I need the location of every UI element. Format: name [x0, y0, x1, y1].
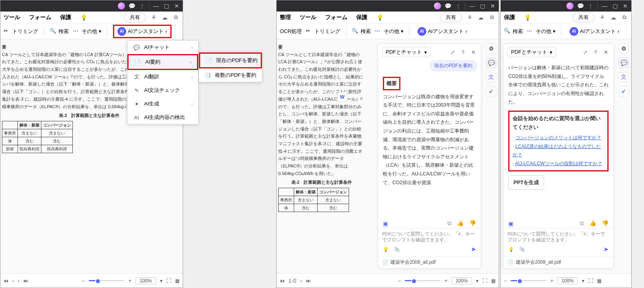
ocr-tool[interactable]: OCR処理 [280, 28, 302, 35]
cloud-icon[interactable]: ☁ [610, 14, 617, 21]
close-icon[interactable]: ✕ [173, 2, 180, 10]
idea-icon[interactable]: 💡 [383, 247, 388, 252]
close-icon[interactable]: ✕ [489, 2, 496, 10]
menu-form[interactable]: フォーム [29, 14, 51, 21]
comment-icon[interactable]: 💬 [444, 2, 451, 10]
kebab-icon[interactable]: ⋮ [455, 2, 462, 10]
bulb-icon[interactable]: 💡 [80, 14, 87, 21]
zoom-chevron-icon[interactable]: ▾ [582, 278, 584, 284]
first-page-icon[interactable]: ⏮ [4, 278, 8, 284]
ai-menu-chat[interactable]: 💬AIチャット› [127, 41, 198, 54]
minimize-icon[interactable]: — [601, 2, 608, 10]
attach-icon[interactable]: 📎 [394, 247, 400, 252]
close-panel-icon[interactable]: ✕ [602, 49, 609, 56]
prompt-area[interactable]: PDFについて質問してください。「#」キーでプロンプトを確認できます。 💡 📎 … [503, 228, 613, 256]
submenu-current-pdf[interactable]: 📄現在のPDFを要約 [199, 53, 262, 68]
prompt-area[interactable]: PDFについて質問してください。「#」キーでプロンプトを確認できます。 💡 📎 … [378, 228, 481, 256]
search-tool[interactable]: 🔍検索 [50, 28, 69, 35]
share-button[interactable]: 共有 [572, 13, 595, 22]
suggested-q3[interactable]: AIJ-LCA/LCWツールの役割は何ですか？ [515, 161, 602, 166]
ai-menu-detect[interactable]: AIAI生成内容の検出 [127, 111, 198, 124]
other-tool[interactable]: ⋯その他▾ [73, 28, 101, 35]
search-tool[interactable]: 🔍検索 [504, 28, 523, 35]
bulb-icon[interactable]: 💡 [376, 14, 383, 21]
avatar[interactable] [566, 2, 574, 10]
check-rail-icon[interactable]: ✔ [486, 86, 496, 97]
next-page-icon[interactable]: › [301, 278, 302, 284]
fit-icon[interactable]: ⛶ [482, 278, 487, 284]
menu-protect[interactable]: 保護 [60, 14, 71, 21]
translate-rail-icon[interactable]: 文 [619, 72, 629, 82]
menu-tool[interactable]: ツール [4, 14, 20, 21]
last-page-icon[interactable]: ⏭ [306, 278, 311, 284]
ai-menu-grammar[interactable]: ✎AI文法チェック [127, 84, 198, 97]
zoom-out-icon[interactable]: − [398, 278, 401, 284]
zoom-value[interactable]: 100% [451, 277, 472, 284]
window-icon[interactable]: ⧉ [172, 14, 180, 21]
kebab-icon[interactable]: ⋮ [587, 2, 594, 10]
zoom-value[interactable]: 100% [557, 277, 578, 284]
minimize-icon[interactable]: — [152, 2, 160, 10]
other-tool[interactable]: ⋯その他▾ [375, 28, 404, 35]
layout-icon[interactable]: ▦ [597, 278, 601, 284]
close-panel-icon[interactable]: ✕ [470, 49, 477, 56]
comment-icon[interactable]: 💬 [577, 2, 584, 10]
help-icon[interactable]: ? [592, 49, 599, 56]
settings-rail-icon[interactable]: ⚙ [486, 43, 496, 54]
share-button[interactable]: 共有 [124, 13, 146, 22]
trim-tool[interactable]: ✂トリミング [306, 28, 340, 35]
bookmark-icon[interactable]: ▣ [508, 220, 513, 227]
attach-icon[interactable]: 📎 [519, 247, 525, 252]
copy-icon[interactable]: ⧉ [580, 220, 584, 227]
generate-ppt-button[interactable]: PPTを生成 [508, 175, 544, 189]
share-icon[interactable]: ⚘ [150, 14, 157, 21]
share-button[interactable]: 共有 [440, 13, 462, 22]
suggested-q1[interactable]: コンバージョンのメリットは何ですか？ [515, 135, 601, 140]
layout-icon[interactable]: ▦ [491, 278, 496, 284]
send-icon[interactable]: ➤ [471, 245, 476, 253]
ai-assistant-button[interactable]: AI AIアシスタント › [415, 26, 470, 37]
window-icon[interactable]: ⧉ [621, 14, 628, 21]
menu-form[interactable]: フォーム [325, 14, 347, 21]
other-tool[interactable]: ⋯その他▾ [527, 28, 556, 35]
zoom-chevron-icon[interactable]: ▾ [476, 278, 478, 284]
comment-icon[interactable]: 💬 [128, 2, 135, 10]
suggested-q2[interactable]: LCA試算の結果はどのようなものでしたか？ [513, 144, 601, 158]
menu-organize[interactable]: 整理 [280, 14, 291, 21]
zoom-slider[interactable] [405, 280, 441, 281]
maximize-icon[interactable]: ▢ [611, 2, 619, 10]
thumbs-down-icon[interactable]: 👎 [469, 220, 476, 227]
chat-mode-selector[interactable]: PDFとチャット ▾ [382, 47, 431, 57]
kebab-icon[interactable]: ⋮ [139, 2, 146, 10]
zoom-chevron-icon[interactable]: ▾ [160, 278, 162, 284]
minimize-icon[interactable]: — [468, 2, 476, 10]
prev-page-icon[interactable]: ‹ [12, 278, 14, 284]
ai-menu-translate[interactable]: 文AI翻訳› [127, 70, 198, 84]
maximize-icon[interactable]: ▢ [163, 2, 170, 10]
zoom-out-icon[interactable]: − [504, 278, 507, 284]
help-icon[interactable]: ? [459, 49, 466, 56]
zoom-in-icon[interactable]: + [129, 278, 131, 284]
avatar[interactable] [434, 2, 441, 10]
menu-protect[interactable]: 保護 [356, 14, 367, 21]
bulb-icon[interactable]: 💡 [524, 14, 531, 21]
fit-icon[interactable]: ⛶ [588, 278, 593, 284]
copy-icon[interactable]: ⧉ [447, 220, 451, 227]
trim-tool[interactable]: ✂トリミング [4, 28, 38, 35]
thumbs-up-icon[interactable]: 👍 [589, 220, 596, 227]
cloud-icon[interactable]: ☁ [161, 14, 168, 21]
zoom-slider[interactable] [89, 280, 125, 281]
expand-icon[interactable]: ⤢ [449, 49, 456, 56]
thumbs-down-icon[interactable]: 👎 [602, 220, 609, 227]
menu-protect[interactable]: 保護 [504, 14, 515, 21]
cloud-icon[interactable]: ☁ [477, 14, 484, 21]
first-page-icon[interactable]: ⏮ [280, 278, 285, 284]
bookmark-icon[interactable]: ▣ [383, 220, 388, 227]
summarize-chip[interactable]: 現在のPDFを要約 [430, 60, 477, 71]
search-tool[interactable]: 🔍検索 [352, 28, 371, 35]
fit-icon[interactable]: ⛶ [166, 278, 171, 284]
chat-rail-icon[interactable]: 💬 [619, 58, 629, 68]
ai-menu-summary[interactable]: 📄AI要約› [127, 54, 198, 70]
chat-mode-selector[interactable]: PDFとチャット ▾ [507, 47, 556, 57]
idea-icon[interactable]: 💡 [508, 247, 514, 252]
